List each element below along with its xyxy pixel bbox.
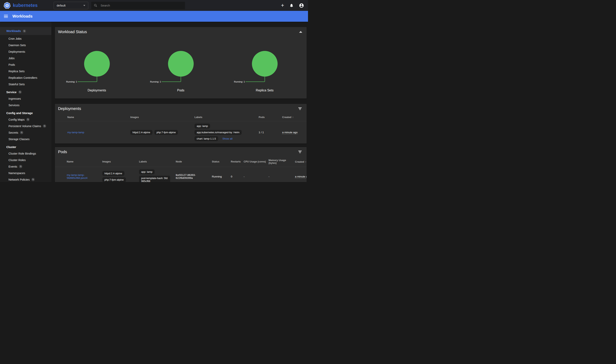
replica-sets-pie-chart: Running: 1 Replica Sets [223,51,307,92]
namespaced-badge: N [19,165,22,168]
label-chip: pod-template-hash: 5fd985cf68 [139,176,170,182]
deployments-table: Name Images Labels Pods Created↑ my-lamp… [55,113,307,143]
sidebar-item-cluster[interactable]: Cluster [0,144,51,150]
workload-status-card: Workload Status Running: 1 Deployments [55,27,307,99]
column-header-name[interactable]: Name [64,113,127,121]
sidebar-item-cron-jobs[interactable]: Cron Jobs [0,35,51,42]
pods-count: 1 / 1 [256,121,279,144]
menu-button[interactable] [4,15,8,18]
pods-card: Pods Name Images Labels Node Stat [55,147,307,182]
pie-slice-running [168,51,194,77]
image-chip: php:7-fpm-alpine [154,130,178,135]
app-bar: Workloads [0,11,308,22]
bell-icon [289,3,294,8]
chart-title: Replica Sets [256,89,274,92]
column-header-created[interactable]: Created↑ [293,156,307,167]
chevron-down-icon [83,5,85,6]
filter-icon[interactable] [298,107,302,111]
sidebar-item-persistent-volume-claims[interactable]: Persistent Volume Claims N [0,123,51,129]
cpu-usage: - [241,167,266,182]
collapse-section-icon[interactable] [299,31,302,33]
pie-slice-running [252,51,278,77]
column-header-status[interactable]: Status [210,156,228,167]
column-header-created[interactable]: Created↑ [279,113,307,121]
sidebar-item-cluster-role-bindings[interactable]: Cluster Role Bindings [0,150,51,157]
sidebar-item-storage-classes[interactable]: Storage Classes [0,136,51,142]
pie-label: Running: 1 [234,80,245,83]
notifications-button[interactable] [289,3,294,8]
search-input[interactable] [100,3,183,7]
page-title: Workloads [13,14,33,19]
column-header-labels[interactable]: Labels [137,156,173,167]
brand-name: kubernetes [13,3,38,8]
table-row: my-lamp-lamp httpd:2.4-alpine php:7-fpm-… [55,121,307,144]
sidebar-nav: Workloads N Cron Jobs Daemon Sets Deploy… [0,22,51,182]
column-header-restarts[interactable]: Restarts [228,156,241,167]
main-content: Workload Status Running: 1 Deployments [51,22,308,182]
pie-label: Running: 1 [150,80,161,83]
namespace-selector[interactable]: default [54,2,88,9]
sidebar-item-ingresses[interactable]: Ingresses [0,95,51,102]
table-row: my-lamp-lamp-5fd985cf68-jwvz4 httpd:2.4-… [55,167,307,182]
column-header-labels[interactable]: Labels [192,113,256,121]
image-chip: httpd:2.4-alpine [102,171,124,176]
account-button[interactable] [299,3,304,8]
sidebar-item-config-maps[interactable]: Config Maps N [0,116,51,123]
kubernetes-logo-icon [3,2,11,9]
kubernetes-logo-link[interactable]: kubernetes [0,2,54,9]
namespaced-badge: N [31,178,35,181]
create-resource-button[interactable]: + [281,3,284,8]
sidebar-item-replication-controllers[interactable]: Replication Controllers [0,74,51,81]
deployments-card: Deployments Name Images Labels Pods [55,104,307,143]
deployment-name-link[interactable]: my-lamp-lamp [67,131,84,134]
sidebar-item-workloads[interactable]: Workloads N [0,27,51,35]
column-header-memory-usage[interactable]: Memory Usage (bytes) [266,156,293,167]
label-chip: chart: lamp-1.1.5 [195,136,218,141]
sidebar-item-cluster-roles[interactable]: Cluster Roles [0,157,51,163]
created-timestamp: a minute ago [282,131,298,134]
column-header-cpu-usage[interactable]: CPU Usage (cores) [241,156,266,167]
sidebar-item-deployments[interactable]: Deployments [0,48,51,55]
deployments-pie-chart: Running: 1 Deployments [55,51,139,92]
show-all-link[interactable]: Show all [223,137,233,140]
sort-ascending-icon: ↑ [305,160,307,163]
sort-ascending-icon: ↑ [292,116,294,119]
column-header-images[interactable]: Images [100,156,137,167]
sidebar-item-secrets[interactable]: Secrets N [0,129,51,136]
leader-line [162,81,181,82]
sidebar-item-namespaces[interactable]: Namespaces [0,170,51,176]
search-bar[interactable] [91,2,185,9]
memory-usage: - [266,167,293,182]
column-header-name[interactable]: Name [64,156,100,167]
sidebar-item-service[interactable]: Service N [0,89,51,95]
sidebar-item-pods[interactable]: Pods [0,61,51,68]
column-header-node[interactable]: Node [173,156,210,167]
image-chip: php:7-fpm-alpine [102,177,126,182]
sidebar-item-stateful-sets[interactable]: Stateful Sets [0,81,51,88]
column-header-images[interactable]: Images [127,113,192,121]
sidebar-item-replica-sets[interactable]: Replica Sets [0,68,51,74]
search-icon [94,3,97,7]
pod-name-link[interactable]: my-lamp-lamp-5fd985cf68-jwvz4 [67,173,88,180]
sidebar-item-network-policies[interactable]: Network Policies N [0,176,51,182]
label-chip: app: lamp [139,169,155,174]
sidebar-item-services[interactable]: Services [0,102,51,108]
chart-title: Deployments [88,89,106,92]
created-timestamp: a minute ago [295,175,307,179]
pie-slice-running [84,51,110,77]
workload-status-title: Workload Status [58,30,87,34]
sidebar-item-config-and-storage[interactable]: Config and Storage [0,110,51,116]
status-column-header [55,156,64,167]
label-chip: app.kubernetes.io/managed-by: Helm [195,130,242,135]
sidebar-item-jobs[interactable]: Jobs [0,55,51,61]
chart-title: Pods [177,89,184,92]
column-header-pods[interactable]: Pods [256,113,279,121]
sidebar-item-daemon-sets[interactable]: Daemon Sets [0,42,51,48]
node-name: lke55127-86393-622f8d09399a [176,173,196,180]
pod-status: Running [210,167,228,182]
pods-table: Name Images Labels Node Status Restarts … [55,156,307,182]
namespaced-badge: N [23,29,26,33]
sidebar-item-events[interactable]: Events N [0,163,51,170]
filter-icon[interactable] [298,150,302,154]
status-column-header [55,113,64,121]
